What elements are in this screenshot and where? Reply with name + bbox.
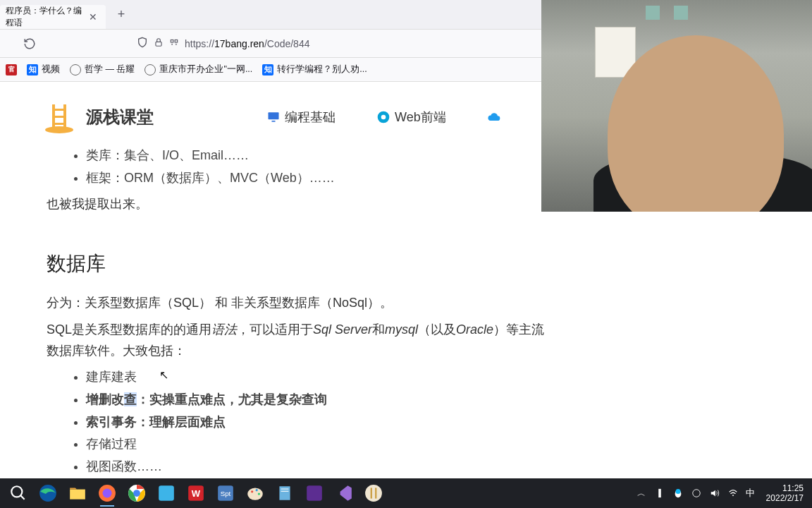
chrome-icon[interactable] [123,480,151,507]
svg-rect-18 [70,490,85,500]
chevron-up-icon[interactable]: ︿ [636,488,647,499]
paint-icon[interactable] [241,480,269,507]
svg-rect-23 [159,485,174,501]
qq-icon[interactable] [672,488,684,499]
bookmark-icon: 知 [27,64,38,75]
svg-point-14 [381,115,386,120]
svg-rect-35 [307,485,322,501]
wall-qr [674,6,688,20]
site-title[interactable]: 源栈课堂 [86,106,154,128]
svg-rect-1 [171,40,173,43]
svg-point-22 [133,490,140,497]
svg-rect-12 [272,121,276,122]
svg-point-28 [247,488,263,500]
bookmark-label: 重庆市开办企业"一网... [159,64,252,75]
tab-close-icon[interactable]: ✕ [86,11,100,23]
svg-rect-32 [279,486,290,500]
date-text: 2022/2/17 [766,493,804,503]
nav-label: Web前端 [395,109,446,126]
bookmark-item[interactable]: 官 [6,64,17,75]
wall-qr [646,6,660,20]
browser-tab[interactable]: 程序员：学什么？编程语 ✕ [0,5,106,29]
highlighted-text: 查 [124,392,137,406]
globe-icon [70,64,81,75]
wifi-icon[interactable] [727,488,739,499]
nav-programming-basics[interactable]: 编程基础 [266,109,336,126]
url-path: /Code/844 [264,38,310,49]
list-sql-topics: 建库建表 增删改查：实操重点难点，尤其是复杂查询 索引事务：理解层面难点 存储过… [47,367,546,477]
webcam-overlay [541,0,812,212]
app-icon[interactable] [152,480,180,507]
globe-icon [144,64,156,75]
notepad-icon[interactable] [271,480,299,507]
spt-icon[interactable]: Spt [211,480,240,507]
svg-text:W: W [192,488,201,499]
vs-icon[interactable] [300,480,328,507]
address-bar[interactable]: https://17bang.ren/Code/844 [130,32,524,55]
volume-icon[interactable] [709,488,720,499]
taskbar-apps: W Spt [4,480,388,507]
url-scheme: https:// [185,38,214,49]
svg-point-31 [258,492,260,495]
url-text: https://17bang.ren/Code/844 [185,38,309,49]
svg-rect-39 [658,489,661,497]
bookmark-item[interactable]: 知视频 [27,64,60,75]
bookmark-item[interactable]: 哲学 — 岳耀 [70,64,135,75]
vscode-icon[interactable] [330,480,358,507]
ime-indicator[interactable]: 中 [746,487,755,500]
svg-point-20 [103,489,112,498]
paragraph: 也被我提取出来。 [47,194,546,215]
svg-rect-37 [371,488,372,498]
nav-web-frontend[interactable]: Web前端 [376,109,446,126]
heading-database: 数据库 [47,248,546,280]
list-item: 类库：集合、I/O、Email…… [86,145,546,167]
svg-line-16 [20,495,24,499]
list-item: 建库建表 [86,367,546,388]
lock-icon [154,37,164,49]
url-host: 17bang.ren [214,38,264,49]
list-item: 增删改查：实操重点难点，尤其是复杂查询 [86,389,546,411]
svg-rect-34 [281,491,289,492]
edge-icon[interactable] [34,480,62,507]
svg-rect-11 [269,112,279,119]
firefox-icon[interactable] [93,480,121,507]
new-tab-button[interactable]: + [111,5,131,25]
usb-icon[interactable] [654,488,665,499]
nav-cloud[interactable] [487,110,501,124]
svg-point-36 [365,485,382,502]
reload-button[interactable] [20,34,39,54]
bookmark-item[interactable]: 知转行学编程？别人劝... [262,64,367,75]
svg-rect-8 [52,109,66,111]
system-tray: ︿ 中 11:25 2022/2/17 [636,483,808,504]
wps-icon[interactable]: W [182,480,210,507]
list-item: 存储过程 [86,434,546,455]
svg-point-17 [39,485,56,502]
clock[interactable]: 11:25 2022/2/17 [762,483,808,504]
tab-title: 程序员：学什么？编程语 [6,5,86,29]
list-item: 框架：ORM（数据库）、MVC（Web）…… [86,168,546,189]
site-logo[interactable] [42,100,76,134]
permissions-icon [169,37,179,49]
list-item: 视图函数…… [86,456,546,478]
search-button[interactable] [4,480,32,507]
svg-rect-0 [156,42,161,46]
svg-rect-9 [52,116,66,118]
bookmark-item[interactable]: 重庆市开办企业"一网... [144,64,252,75]
svg-point-41 [675,489,680,494]
bookmark-icon: 知 [262,64,273,75]
chrome-icon [376,110,390,124]
svg-point-15 [11,486,22,497]
monitor-icon [266,110,281,124]
network-icon[interactable] [691,488,702,499]
svg-rect-38 [375,488,376,498]
file-explorer-icon[interactable] [63,480,92,507]
bookmark-label: 转行学编程？别人劝... [277,64,367,75]
svg-rect-33 [281,489,289,490]
nav-label: 编程基础 [285,109,336,126]
svg-point-29 [251,490,253,492]
ladder-icon[interactable] [359,480,388,507]
list-item: 索引事务：理解层面难点 [86,412,546,433]
svg-text:Spt: Spt [221,490,231,497]
taskbar: W Spt ︿ 中 11:25 2022/2/17 [0,478,812,508]
article-content: 类库：集合、I/O、Email…… 框架：ORM（数据库）、MVC（Web）……… [42,145,550,478]
